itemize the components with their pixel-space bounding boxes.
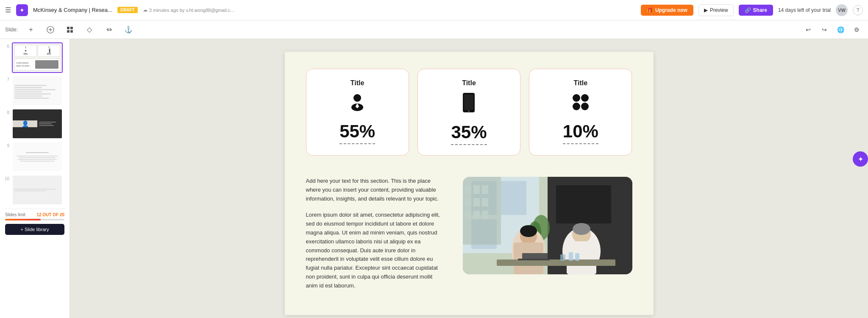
cloud-icon: ☁ — [143, 7, 147, 13]
svg-point-12 — [468, 110, 470, 112]
preview-button[interactable]: ▶ Preview — [698, 4, 734, 16]
text-block-1: Add here your text for this section. Thi… — [306, 177, 446, 203]
magic-button[interactable]: ◇ — [83, 23, 96, 36]
svg-rect-24 — [473, 185, 480, 194]
svg-rect-33 — [556, 185, 611, 223]
slide-preview-7[interactable] — [12, 75, 63, 106]
anchor-button[interactable]: ⚓ — [122, 23, 135, 36]
slides-limit-bar — [5, 219, 64, 220]
svg-rect-50 — [560, 254, 565, 261]
logo: ✦ — [16, 4, 28, 16]
share-icon: 🔗 — [745, 7, 751, 13]
slides-limit-fill — [5, 219, 41, 220]
redo-button[interactable]: ↪ — [818, 23, 831, 36]
stat-card-2: Title 35% — [417, 69, 520, 156]
image-section — [463, 177, 632, 274]
slide-preview-8[interactable]: 👤 — [12, 109, 63, 139]
slides-limit: Slides limit 12 OUT OF 20 + Slide librar… — [3, 209, 66, 238]
text-block-2: Lorem ipsum dolor sit amet, consectetur … — [306, 211, 446, 290]
slide-preview-9[interactable] — [12, 142, 63, 172]
saved-text: 3 minutes ago by v.ht.wong88@gmail.c... — [149, 8, 234, 13]
stat-card-title-1: Title — [351, 79, 364, 87]
svg-rect-20 — [501, 181, 526, 215]
bottom-section: Add here your text for this section. Thi… — [306, 177, 632, 298]
image-placeholder — [463, 177, 632, 274]
svg-point-15 — [573, 103, 580, 110]
svg-rect-25 — [482, 185, 488, 194]
logo-icon: ✦ — [16, 4, 28, 16]
settings-button[interactable]: ⚙ — [850, 23, 863, 36]
svg-rect-23 — [465, 185, 471, 194]
slide-panel: 6 T ● 55% T ▐ 35% — [0, 39, 70, 318]
slide-content-10 — [13, 176, 62, 204]
upgrade-button[interactable]: 🎁 Upgrade now — [641, 5, 693, 16]
slide-number: 8 — [3, 110, 9, 115]
svg-rect-6 — [70, 30, 73, 33]
svg-point-40 — [520, 225, 537, 237]
stat-value-3: 10% — [563, 121, 598, 144]
svg-rect-4 — [70, 27, 73, 29]
add-button[interactable]: + — [25, 23, 37, 36]
stat-card-3: Title 10% — [529, 69, 632, 156]
grid-button[interactable] — [64, 23, 76, 36]
navbar: ☰ ✦ McKinsey & Company | Resea... DRAFT … — [0, 0, 868, 20]
move-button[interactable] — [44, 23, 57, 36]
upgrade-icon: 🎁 — [647, 7, 653, 13]
slide-thumb-10[interactable]: 10 — [3, 175, 66, 205]
svg-point-16 — [581, 103, 589, 110]
slide-thumb-9[interactable]: 9 — [3, 142, 66, 172]
slide-content-7 — [13, 76, 62, 105]
slide-library-button[interactable]: + Slide library — [5, 224, 64, 235]
slide-content-6: T ● 55% T ▐ 35% Lorem ipsum dolor sit am… — [13, 43, 62, 72]
slide-thumb-8[interactable]: 8 👤 — [3, 109, 66, 139]
svg-rect-11 — [464, 95, 473, 110]
main-layout: 6 T ● 55% T ▐ 35% — [0, 39, 868, 318]
stats-row: Title 55% Title — [306, 69, 632, 156]
text-section: Add here your text for this section. Thi… — [306, 177, 446, 298]
slide-thumb-7[interactable]: 7 — [3, 75, 66, 106]
svg-rect-30 — [473, 211, 480, 219]
document-title: McKinsey & Company | Resea... — [33, 7, 112, 13]
grid-icon — [570, 92, 591, 116]
share-button[interactable]: 🔗 Share — [739, 5, 773, 16]
svg-point-44 — [573, 223, 590, 235]
draft-badge: DRAFT — [117, 7, 138, 13]
svg-rect-28 — [482, 198, 488, 206]
svg-point-14 — [581, 94, 589, 102]
slide-label: Slide: — [5, 27, 18, 33]
svg-rect-45 — [497, 259, 615, 266]
toolbar: Slide: + ◇ ⇔ ⚓ ↩ ↪ 🌐 ⚙ — [0, 20, 868, 39]
svg-rect-49 — [575, 253, 579, 261]
help-button[interactable]: ? — [853, 5, 863, 15]
trial-text: 14 days left of your trial — [778, 7, 831, 13]
svg-rect-48 — [569, 252, 573, 261]
svg-rect-26 — [465, 198, 471, 206]
stat-value-1: 55% — [339, 121, 375, 144]
slide-number: 9 — [3, 143, 9, 148]
avatar[interactable]: VW — [836, 4, 848, 16]
tablet-icon — [460, 92, 477, 117]
svg-point-7 — [353, 94, 361, 102]
svg-rect-47 — [518, 259, 550, 260]
saved-indicator: ☁ 3 minutes ago by v.ht.wong88@gmail.c..… — [143, 7, 234, 13]
slide-preview-6[interactable]: T ● 55% T ▐ 35% Lorem ipsum dolor sit am… — [12, 42, 63, 73]
svg-rect-31 — [482, 211, 488, 219]
play-icon: ▶ — [704, 7, 708, 13]
svg-rect-5 — [67, 30, 70, 33]
resize-button[interactable]: ⇔ — [103, 23, 115, 36]
slides-limit-label: Slides limit — [5, 212, 25, 217]
slide-preview-10[interactable] — [12, 175, 63, 205]
person-icon — [347, 92, 367, 116]
svg-rect-29 — [465, 211, 471, 219]
slide-canvas: Title 55% Title — [285, 52, 654, 315]
slide-thumb-6[interactable]: 6 T ● 55% T ▐ 35% — [3, 42, 66, 73]
slides-limit-count: 12 OUT OF 20 — [36, 212, 64, 217]
undo-button[interactable]: ↩ — [802, 23, 815, 36]
menu-icon[interactable]: ☰ — [5, 6, 11, 14]
globe-button[interactable]: 🌐 — [834, 23, 847, 36]
slide-number: 6 — [3, 44, 9, 49]
stat-card-1: Title 55% — [306, 69, 409, 156]
slide-content-8: 👤 — [13, 109, 62, 138]
slide-number: 10 — [3, 176, 9, 181]
magic-assistant-button[interactable]: ✦ — [853, 151, 868, 167]
